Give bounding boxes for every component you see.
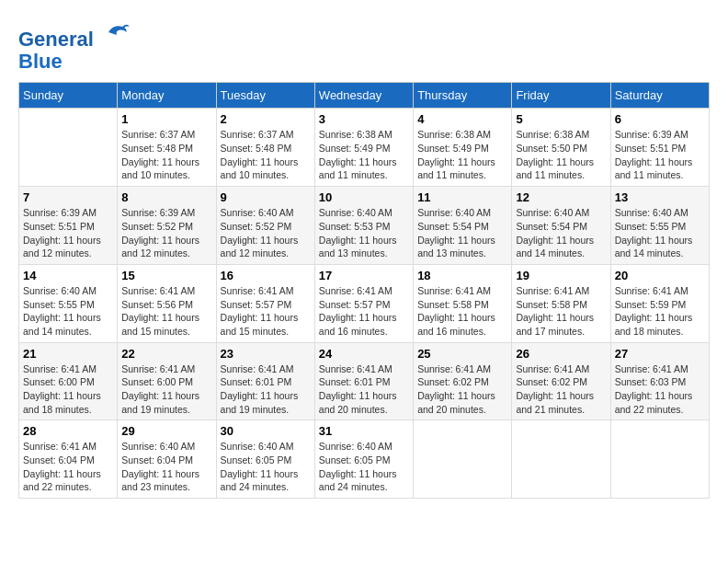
day-number: 27 — [615, 347, 705, 361]
day-info: Sunrise: 6:41 AM Sunset: 5:57 PM Dayligh… — [221, 284, 311, 339]
day-info: Sunrise: 6:40 AM Sunset: 6:05 PM Dayligh… — [319, 440, 409, 494]
day-info: Sunrise: 6:41 AM Sunset: 5:58 PM Dayligh… — [417, 284, 507, 339]
day-info: Sunrise: 6:41 AM Sunset: 6:00 PM Dayligh… — [23, 362, 113, 417]
day-info: Sunrise: 6:37 AM Sunset: 5:48 PM Dayligh… — [221, 128, 311, 182]
day-info: Sunrise: 6:40 AM Sunset: 5:54 PM Dayligh… — [417, 206, 507, 260]
day-cell: 10Sunrise: 6:40 AM Sunset: 5:53 PM Dayli… — [314, 187, 413, 265]
day-cell: 19Sunrise: 6:41 AM Sunset: 5:58 PM Dayli… — [512, 264, 610, 342]
day-cell: 28Sunrise: 6:41 AM Sunset: 6:04 PM Dayli… — [19, 420, 118, 499]
day-info: Sunrise: 6:40 AM Sunset: 5:53 PM Dayligh… — [319, 206, 409, 260]
logo-bird-icon — [103, 18, 131, 46]
day-cell: 5Sunrise: 6:38 AM Sunset: 5:50 PM Daylig… — [512, 109, 610, 187]
day-number: 8 — [121, 190, 211, 204]
day-cell: 11Sunrise: 6:40 AM Sunset: 5:54 PM Dayli… — [414, 187, 512, 265]
day-number: 19 — [516, 269, 606, 282]
day-info: Sunrise: 6:41 AM Sunset: 6:01 PM Dayligh… — [319, 362, 409, 417]
day-cell: 21Sunrise: 6:41 AM Sunset: 6:00 PM Dayli… — [19, 342, 118, 420]
page-header: General Blue — [18, 18, 710, 73]
day-info: Sunrise: 6:40 AM Sunset: 5:55 PM Dayligh… — [23, 284, 113, 339]
day-number: 15 — [121, 269, 211, 282]
day-cell — [19, 109, 118, 187]
day-info: Sunrise: 6:41 AM Sunset: 6:04 PM Dayligh… — [23, 440, 113, 494]
day-info: Sunrise: 6:40 AM Sunset: 5:55 PM Dayligh… — [615, 206, 705, 260]
day-number: 9 — [221, 190, 311, 204]
day-number: 7 — [23, 190, 113, 204]
day-cell: 26Sunrise: 6:41 AM Sunset: 6:02 PM Dayli… — [512, 342, 610, 420]
day-cell: 16Sunrise: 6:41 AM Sunset: 5:57 PM Dayli… — [216, 264, 314, 342]
day-cell: 18Sunrise: 6:41 AM Sunset: 5:58 PM Dayli… — [414, 264, 512, 342]
day-cell: 12Sunrise: 6:40 AM Sunset: 5:54 PM Dayli… — [512, 187, 610, 265]
day-number: 18 — [417, 269, 507, 282]
day-cell: 22Sunrise: 6:41 AM Sunset: 6:00 PM Dayli… — [118, 342, 216, 420]
day-number: 30 — [221, 424, 311, 438]
day-cell — [414, 420, 512, 499]
header-friday: Friday — [512, 83, 610, 109]
day-cell: 31Sunrise: 6:40 AM Sunset: 6:05 PM Dayli… — [314, 420, 413, 499]
day-info: Sunrise: 6:41 AM Sunset: 6:02 PM Dayligh… — [516, 362, 606, 417]
logo-text: General Blue — [18, 18, 131, 73]
week-row-5: 28Sunrise: 6:41 AM Sunset: 6:04 PM Dayli… — [19, 420, 710, 499]
week-row-2: 7Sunrise: 6:39 AM Sunset: 5:51 PM Daylig… — [19, 187, 710, 265]
day-cell: 8Sunrise: 6:39 AM Sunset: 5:52 PM Daylig… — [118, 187, 216, 265]
header-sunday: Sunday — [19, 83, 118, 109]
calendar-header-row: SundayMondayTuesdayWednesdayThursdayFrid… — [19, 83, 710, 109]
header-thursday: Thursday — [414, 83, 512, 109]
header-saturday: Saturday — [610, 83, 709, 109]
day-info: Sunrise: 6:39 AM Sunset: 5:51 PM Dayligh… — [23, 206, 113, 260]
day-info: Sunrise: 6:38 AM Sunset: 5:49 PM Dayligh… — [319, 128, 409, 182]
day-number: 24 — [319, 347, 409, 361]
day-info: Sunrise: 6:41 AM Sunset: 6:01 PM Dayligh… — [221, 362, 311, 417]
day-cell: 4Sunrise: 6:38 AM Sunset: 5:49 PM Daylig… — [414, 109, 512, 187]
day-cell: 2Sunrise: 6:37 AM Sunset: 5:48 PM Daylig… — [216, 109, 314, 187]
day-info: Sunrise: 6:41 AM Sunset: 6:03 PM Dayligh… — [615, 362, 705, 417]
day-number: 31 — [319, 424, 409, 438]
day-number: 29 — [121, 424, 211, 438]
day-cell: 13Sunrise: 6:40 AM Sunset: 5:55 PM Dayli… — [610, 187, 709, 265]
day-number: 1 — [121, 112, 211, 126]
day-number: 12 — [516, 190, 606, 204]
day-number: 2 — [221, 112, 311, 126]
day-cell: 7Sunrise: 6:39 AM Sunset: 5:51 PM Daylig… — [19, 187, 118, 265]
day-cell: 25Sunrise: 6:41 AM Sunset: 6:02 PM Dayli… — [414, 342, 512, 420]
day-info: Sunrise: 6:40 AM Sunset: 5:52 PM Dayligh… — [221, 206, 311, 260]
day-number: 13 — [615, 190, 705, 204]
day-cell: 6Sunrise: 6:39 AM Sunset: 5:51 PM Daylig… — [610, 109, 709, 187]
day-number: 6 — [615, 112, 705, 126]
day-info: Sunrise: 6:41 AM Sunset: 6:02 PM Dayligh… — [417, 362, 507, 417]
day-cell: 29Sunrise: 6:40 AM Sunset: 6:04 PM Dayli… — [118, 420, 216, 499]
day-number: 20 — [615, 269, 705, 282]
day-number: 5 — [516, 112, 606, 126]
day-number: 21 — [23, 347, 113, 361]
day-info: Sunrise: 6:37 AM Sunset: 5:48 PM Dayligh… — [121, 128, 211, 182]
header-wednesday: Wednesday — [314, 83, 413, 109]
day-number: 10 — [319, 190, 409, 204]
day-info: Sunrise: 6:41 AM Sunset: 5:56 PM Dayligh… — [121, 284, 211, 339]
day-info: Sunrise: 6:41 AM Sunset: 5:57 PM Dayligh… — [319, 284, 409, 339]
day-cell — [512, 420, 610, 499]
calendar-table: SundayMondayTuesdayWednesdayThursdayFrid… — [18, 82, 710, 499]
day-number: 4 — [417, 112, 507, 126]
week-row-4: 21Sunrise: 6:41 AM Sunset: 6:00 PM Dayli… — [19, 342, 710, 420]
day-number: 16 — [221, 269, 311, 282]
day-number: 25 — [417, 347, 507, 361]
day-cell: 20Sunrise: 6:41 AM Sunset: 5:59 PM Dayli… — [610, 264, 709, 342]
day-number: 17 — [319, 269, 409, 282]
day-cell — [610, 420, 709, 499]
day-info: Sunrise: 6:38 AM Sunset: 5:50 PM Dayligh… — [516, 128, 606, 182]
day-info: Sunrise: 6:40 AM Sunset: 6:04 PM Dayligh… — [121, 440, 211, 494]
day-number: 3 — [319, 112, 409, 126]
day-info: Sunrise: 6:39 AM Sunset: 5:52 PM Dayligh… — [121, 206, 211, 260]
day-cell: 30Sunrise: 6:40 AM Sunset: 6:05 PM Dayli… — [216, 420, 314, 499]
day-info: Sunrise: 6:40 AM Sunset: 6:05 PM Dayligh… — [221, 440, 311, 494]
day-info: Sunrise: 6:39 AM Sunset: 5:51 PM Dayligh… — [615, 128, 705, 182]
header-monday: Monday — [118, 83, 216, 109]
day-cell: 24Sunrise: 6:41 AM Sunset: 6:01 PM Dayli… — [314, 342, 413, 420]
day-info: Sunrise: 6:41 AM Sunset: 5:58 PM Dayligh… — [516, 284, 606, 339]
day-cell: 15Sunrise: 6:41 AM Sunset: 5:56 PM Dayli… — [118, 264, 216, 342]
week-row-1: 1Sunrise: 6:37 AM Sunset: 5:48 PM Daylig… — [19, 109, 710, 187]
day-info: Sunrise: 6:40 AM Sunset: 5:54 PM Dayligh… — [516, 206, 606, 260]
day-info: Sunrise: 6:41 AM Sunset: 5:59 PM Dayligh… — [615, 284, 705, 339]
header-tuesday: Tuesday — [216, 83, 314, 109]
day-number: 23 — [221, 347, 311, 361]
day-cell: 27Sunrise: 6:41 AM Sunset: 6:03 PM Dayli… — [610, 342, 709, 420]
